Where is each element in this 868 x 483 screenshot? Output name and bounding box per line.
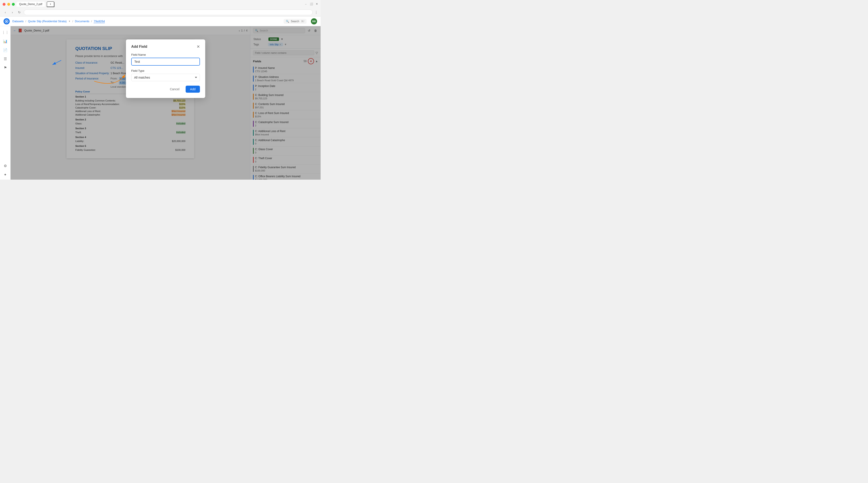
minimize-icon[interactable]: － xyxy=(305,2,307,6)
breadcrumb: Datasets / Quote Slip (Residential Strat… xyxy=(12,20,105,23)
maximize-window-button[interactable] xyxy=(12,3,15,6)
breadcrumb-documents[interactable]: Documents xyxy=(75,20,89,23)
browser-menu-button[interactable]: ⋮ xyxy=(314,10,318,14)
add-field-modal: Add Field ✕ Field Name Field Type All ma… xyxy=(126,39,205,98)
modal-field-name-input[interactable] xyxy=(131,58,200,66)
tab-label: Quote_Demo_2.pdf xyxy=(19,3,42,6)
search-label: Search xyxy=(291,20,299,23)
back-button[interactable]: ‹ xyxy=(3,10,8,15)
reload-button[interactable]: ↻ xyxy=(17,10,22,15)
sidebar-document-icon[interactable]: 📄 xyxy=(2,46,9,54)
app-container: ⋮⋮ 📊 📄 ☰ ⚑ ⚙ ✦ >> ← 📕 Quote_Demo_2.pdf ‹… xyxy=(0,26,320,180)
minimize-window-button[interactable] xyxy=(7,3,10,6)
modal-field-name: Field Name xyxy=(131,53,200,66)
sidebar-grid-icon[interactable]: ⋮⋮ xyxy=(2,29,9,36)
close-icon[interactable]: ✕ xyxy=(316,2,318,6)
breadcrumb-quote-slip[interactable]: Quote Slip (Residential Strata) xyxy=(28,20,67,23)
main-content: ← 📕 Quote_Demo_2.pdf ‹ 1 / 4 QUOTATION S… xyxy=(10,26,320,180)
modal-actions: Cancel Add xyxy=(131,86,200,93)
modal-title: Add Field xyxy=(131,45,147,49)
svg-line-4 xyxy=(53,60,61,65)
sidebar-chart-icon[interactable]: 📊 xyxy=(2,38,9,45)
browser-tab[interactable]: Quote_Demo_2.pdf xyxy=(17,2,45,7)
nav-search[interactable]: 🔍 Search ⌘/ xyxy=(284,19,307,24)
modal-overlay: Add Field ✕ Field Name Field Type All ma… xyxy=(10,26,320,180)
window-controls xyxy=(3,3,15,6)
modal-field-type: Field Type All matches Single match Manu… xyxy=(131,69,200,81)
modal-field-type-select[interactable]: All matches Single match Manual xyxy=(131,74,200,81)
search-shortcut: ⌘/ xyxy=(301,20,304,23)
sidebar-star-icon[interactable]: ✦ xyxy=(2,171,9,178)
browser-nav: ‹ › ↻ ⋮ xyxy=(0,8,320,16)
add-button[interactable]: Add xyxy=(186,86,200,93)
new-tab-button[interactable]: + xyxy=(47,1,54,7)
sidebar-settings-icon[interactable]: ⚙ xyxy=(2,162,9,169)
modal-field-name-label: Field Name xyxy=(131,53,200,56)
breadcrumb-current: 79a926d xyxy=(94,20,105,23)
close-window-button[interactable] xyxy=(3,3,5,6)
avatar: BB xyxy=(311,18,317,25)
modal-header: Add Field ✕ xyxy=(131,45,200,49)
sidebar-flag-icon[interactable]: ⚑ xyxy=(2,64,9,71)
browser-chrome: Quote_Demo_2.pdf + － ⬜ ✕ ‹ › ↻ ⋮ xyxy=(0,0,320,17)
search-icon: 🔍 xyxy=(286,20,289,23)
restore-icon[interactable]: ⬜ xyxy=(310,2,313,6)
url-bar[interactable] xyxy=(24,9,313,15)
chevron-down-icon: ▼ xyxy=(68,20,71,23)
cancel-button[interactable]: Cancel xyxy=(166,86,183,93)
app-logo xyxy=(3,18,10,25)
top-nav: Datasets / Quote Slip (Residential Strat… xyxy=(0,17,320,26)
sidebar-list-icon[interactable]: ☰ xyxy=(2,55,9,62)
svg-point-1 xyxy=(6,21,7,22)
left-sidebar: ⋮⋮ 📊 📄 ☰ ⚑ ⚙ ✦ >> xyxy=(0,26,10,180)
logo-icon xyxy=(5,20,8,23)
modal-field-type-label: Field Type xyxy=(131,69,200,72)
modal-close-button[interactable]: ✕ xyxy=(197,45,200,49)
title-bar: Quote_Demo_2.pdf + － ⬜ ✕ xyxy=(0,0,320,8)
forward-button[interactable]: › xyxy=(10,10,15,15)
breadcrumb-datasets[interactable]: Datasets xyxy=(12,20,24,23)
